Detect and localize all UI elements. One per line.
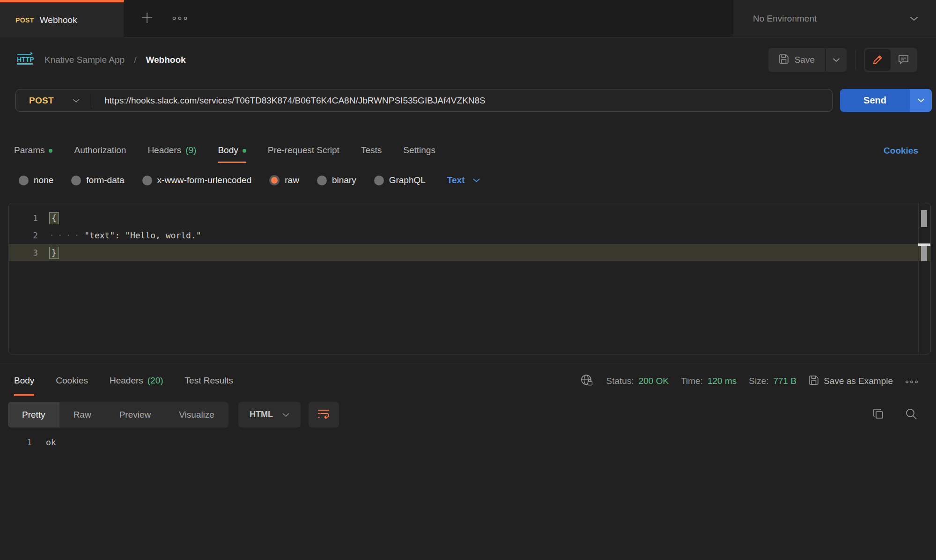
request-body-editor[interactable]: 1 { 2 ····"text": "Hello, world." 3 } [8, 203, 931, 354]
body-type-none-label: none [34, 175, 53, 185]
toolbar-divider [855, 50, 855, 70]
whitespace-dots: ···· [49, 230, 82, 240]
copy-response-button[interactable] [872, 408, 884, 422]
body-type-raw[interactable]: raw [269, 175, 299, 185]
response-tab-headers[interactable]: Headers (20) [110, 367, 163, 396]
response-format-label: HTML [250, 410, 273, 420]
response-meta: Status: 200 OK Time: 120 ms Size: 771 B … [580, 367, 918, 396]
breadcrumb-collection[interactable]: Knative Sample App [44, 55, 125, 65]
body-type-none[interactable]: none [19, 175, 53, 185]
response-format-dropdown[interactable]: HTML [238, 402, 301, 427]
editor-line-3-current: 3 } [9, 244, 930, 261]
editor-code: { [49, 212, 59, 224]
tab-method-badge: POST [15, 16, 34, 24]
body-type-binary-label: binary [332, 175, 356, 185]
request-tabs: Params Authorization Headers (9) Body Pr… [14, 139, 918, 163]
line-number: 3 [9, 248, 38, 258]
breadcrumb-request-name[interactable]: Webhook [146, 55, 185, 65]
response-body-line[interactable]: 1 ok [0, 434, 56, 450]
wrap-lines-button[interactable] [309, 402, 339, 427]
body-type-graphql-label: GraphQL [389, 175, 426, 185]
tab-authorization-label: Authorization [74, 145, 126, 155]
view-tab-raw[interactable]: Raw [59, 402, 105, 427]
url-row: POST Send [15, 89, 932, 112]
url-bar: POST [15, 89, 833, 112]
cookies-link[interactable]: Cookies [884, 146, 918, 156]
view-tab-visualize[interactable]: Visualize [165, 402, 228, 427]
tab-params[interactable]: Params [14, 139, 52, 163]
response-tab-headers-label: Headers [110, 376, 143, 386]
breadcrumb-separator: / [134, 55, 136, 65]
body-type-graphql[interactable]: GraphQL [374, 175, 426, 185]
save-floppy-icon [809, 375, 819, 388]
response-tab-cookies[interactable]: Cookies [56, 367, 88, 396]
body-type-urlencoded[interactable]: x-www-form-urlencoded [142, 175, 252, 185]
send-button[interactable]: Send [840, 89, 910, 112]
line-number: 1 [0, 437, 32, 447]
request-tab-webhook[interactable]: POST Webhook [0, 0, 124, 37]
radio-icon [142, 176, 152, 185]
radio-icon [19, 176, 29, 185]
response-options-button[interactable] [905, 376, 918, 386]
response-view-row: Pretty Raw Preview Visualize HTML [8, 402, 917, 427]
view-tab-preview[interactable]: Preview [105, 402, 165, 427]
response-tab-test-results[interactable]: Test Results [185, 367, 233, 396]
time-label: Time: [681, 376, 703, 386]
pane-toggle-group [864, 48, 917, 72]
body-type-form-data-label: form-data [86, 175, 124, 185]
tab-tests[interactable]: Tests [361, 139, 382, 163]
body-type-form-data[interactable]: form-data [71, 175, 124, 185]
tab-strip-middle [124, 0, 733, 37]
tab-params-label: Params [14, 145, 44, 155]
new-tab-button[interactable] [141, 12, 153, 25]
network-globe-lock-icon[interactable] [580, 374, 594, 389]
save-button-group: Save [768, 48, 847, 72]
chevron-down-icon [917, 97, 925, 104]
search-response-button[interactable] [905, 408, 917, 422]
send-options-button[interactable] [910, 89, 932, 112]
save-button-label: Save [795, 55, 815, 65]
tab-tests-label: Tests [361, 145, 382, 155]
tab-body[interactable]: Body [218, 139, 246, 163]
tab-headers-count: (9) [185, 145, 196, 155]
response-tab-cookies-label: Cookies [56, 376, 88, 386]
editor-line-2: 2 ····"text": "Hello, world." [9, 227, 930, 244]
send-button-group: Send [840, 89, 932, 112]
tab-pre-request-script[interactable]: Pre-request Script [268, 139, 339, 163]
chevron-down-icon [910, 15, 918, 23]
save-button[interactable]: Save [768, 48, 825, 72]
modified-dot [49, 149, 52, 153]
edit-request-button[interactable] [865, 49, 891, 71]
tab-pre-request-script-label: Pre-request Script [268, 145, 339, 155]
body-type-raw-label: raw [285, 175, 299, 185]
tab-settings-label: Settings [403, 145, 435, 155]
editor-scrollbar-mark[interactable] [921, 210, 927, 227]
plus-icon [141, 12, 153, 25]
response-tab-test-results-label: Test Results [185, 376, 233, 386]
chevron-down-icon [282, 410, 289, 420]
raw-language-dropdown[interactable]: Text [447, 175, 480, 185]
tab-settings[interactable]: Settings [403, 139, 435, 163]
comments-button[interactable] [891, 49, 916, 71]
response-actions [872, 408, 917, 422]
response-view-tabs: Pretty Raw Preview Visualize [8, 402, 228, 427]
tab-authorization[interactable]: Authorization [74, 139, 126, 163]
url-input[interactable] [92, 96, 832, 106]
size-value: 771 B [773, 376, 796, 386]
raw-language-label: Text [447, 175, 465, 185]
environment-selector[interactable]: No Environment [733, 0, 936, 37]
editor-code-text: "text": "Hello, world." [84, 230, 201, 240]
view-tab-pretty[interactable]: Pretty [8, 402, 59, 427]
tab-options-button[interactable] [172, 15, 188, 22]
pencil-icon [872, 54, 884, 66]
save-options-button[interactable] [826, 48, 847, 72]
save-as-example-button[interactable]: Save as Example [809, 375, 893, 388]
body-type-binary[interactable]: binary [317, 175, 356, 185]
editor-scrollbar-mark[interactable] [921, 246, 927, 261]
method-dropdown[interactable]: POST [16, 96, 92, 106]
tab-headers[interactable]: Headers (9) [147, 139, 196, 163]
response-tab-body[interactable]: Body [14, 367, 34, 396]
tab-title: Webhook [40, 15, 77, 25]
breadcrumb: HTTP Knative Sample App / Webhook [15, 52, 186, 68]
bracket-highlight: { [49, 212, 59, 224]
